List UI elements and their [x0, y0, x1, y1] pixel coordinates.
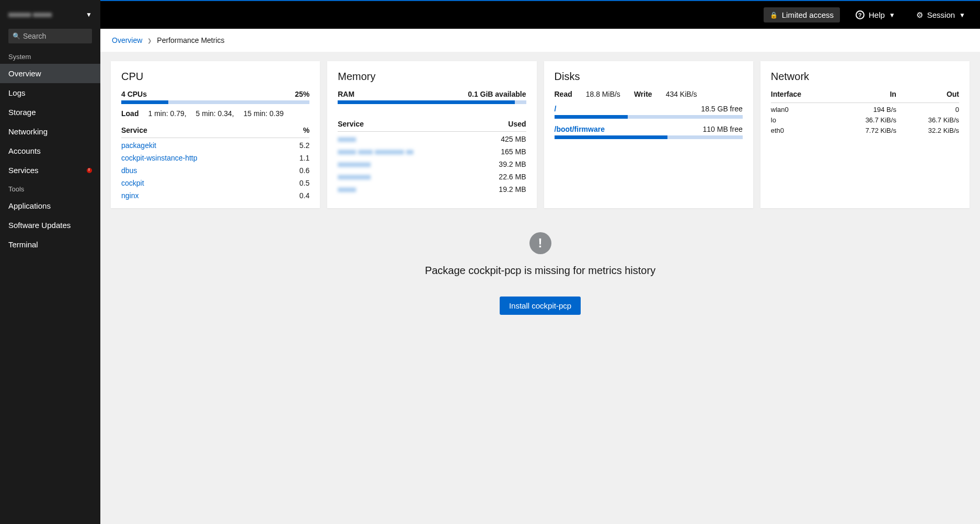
service-link[interactable]: xxxxx xxxx xxxxxxxx xx [338, 147, 413, 156]
net-col-out: Out [896, 90, 959, 98]
disks-title: Disks [555, 71, 743, 83]
gear-icon: ⚙ [916, 10, 923, 20]
service-link[interactable]: xxxxx [338, 135, 356, 143]
cpu-percent-label: 25% [295, 90, 309, 98]
service-value: 39.2 MB [499, 160, 526, 168]
memory-title: Memory [338, 71, 526, 83]
service-value: 0.6 [299, 166, 309, 175]
service-link[interactable]: packagekit [121, 141, 156, 150]
cpu-col-percent: % [303, 126, 309, 134]
table-row: xxxxx19.2 MB [338, 182, 526, 195]
table-row: xxxxxxxxx22.6 MB [338, 169, 526, 182]
disk-free: 18.5 GB free [701, 105, 742, 113]
table-row: cockpit0.5 [121, 176, 309, 188]
table-row: cockpit-wsinstance-http1.1 [121, 151, 309, 163]
net-out: 32.2 KiB/s [896, 127, 959, 134]
empty-state: ! Package cockpit-pcp is missing for met… [111, 232, 970, 315]
cpu-progress [121, 100, 309, 104]
net-iface: wlan0 [771, 106, 834, 113]
service-link[interactable]: nginx [121, 191, 139, 200]
sidebar-item-label: Networking [8, 127, 48, 136]
service-value: 19.2 MB [499, 185, 526, 193]
disks-card: Disks Read 18.8 MiB/s Write 434 KiB/s /1… [544, 61, 753, 208]
table-row: xxxxx425 MB [338, 132, 526, 144]
disk-write-label: Write [634, 90, 652, 98]
disk-progress [555, 115, 743, 119]
load-15m: 15 min: 0.39 [244, 109, 284, 118]
service-link[interactable]: cockpit-wsinstance-http [121, 154, 198, 162]
sidebar-item-terminal[interactable]: Terminal [0, 235, 100, 254]
sidebar-item-overview[interactable]: Overview [0, 64, 100, 83]
mem-col-used: Used [508, 120, 526, 128]
sidebar-item-networking[interactable]: Networking [0, 122, 100, 141]
sidebar-item-accounts[interactable]: Accounts [0, 141, 100, 161]
table-row: eth07.72 KiB/s32.2 KiB/s [771, 124, 959, 134]
nav-group-title: Tools [0, 180, 100, 196]
table-row: nginx0.4 [121, 188, 309, 201]
help-menu[interactable]: ? Help ▼ [850, 8, 901, 22]
limited-access-button[interactable]: 🔒 Limited access [764, 7, 840, 22]
disk-read-label: Read [555, 90, 572, 98]
disk-mount-link[interactable]: /boot/firmware [555, 125, 605, 133]
ram-label: RAM [338, 90, 354, 98]
disk-read-value: 18.8 MiB/s [586, 90, 620, 98]
content-scroll[interactable]: CPU 4 CPUs 25% Load 1 min: 0.79, 5 min: … [100, 52, 980, 524]
install-cockpit-pcp-button[interactable]: Install cockpit-pcp [500, 297, 581, 315]
disk-write-value: 434 KiB/s [666, 90, 697, 98]
ram-available: 0.1 GiB available [468, 90, 526, 98]
chevron-down-icon: ▼ [959, 12, 965, 19]
cpu-col-service: Service [121, 126, 147, 134]
sidebar-item-label: Logs [8, 88, 26, 97]
breadcrumb: Overview ❯ Performance Metrics [100, 29, 980, 52]
net-iface: lo [771, 116, 834, 124]
breadcrumb-overview[interactable]: Overview [112, 36, 142, 44]
table-row: wlan0194 B/s0 [771, 103, 959, 113]
main-area: 🔒 Limited access ? Help ▼ ⚙ Session ▼ Ov… [100, 0, 980, 524]
sidebar-item-label: Services [8, 166, 39, 175]
search-input[interactable] [8, 29, 92, 43]
net-out: 0 [896, 106, 959, 113]
sidebar-item-logs[interactable]: Logs [0, 83, 100, 102]
sidebar-item-label: Accounts [8, 146, 41, 155]
sidebar-host-selector[interactable]: xxxxxx xxxxx ▼ [0, 0, 100, 29]
net-iface: eth0 [771, 127, 834, 134]
service-link[interactable]: cockpit [121, 179, 144, 187]
sidebar-item-label: Terminal [8, 240, 38, 249]
help-icon: ? [856, 10, 864, 19]
net-out: 36.7 KiB/s [896, 116, 959, 124]
service-link[interactable]: xxxxxxxxx [338, 173, 371, 181]
load-1m: 1 min: 0.79, [148, 109, 186, 118]
network-card: Network Interface In Out wlan0194 B/s0lo… [760, 61, 970, 208]
service-value: 1.1 [299, 154, 309, 162]
sidebar-item-services[interactable]: Services [0, 161, 100, 180]
disk-item: /18.5 GB free [555, 105, 743, 119]
session-menu[interactable]: ⚙ Session ▼ [911, 8, 971, 22]
chevron-right-icon: ❯ [147, 38, 152, 43]
lock-icon: 🔒 [770, 12, 778, 19]
table-row: packagekit5.2 [121, 138, 309, 151]
sidebar-item-label: Storage [8, 108, 36, 117]
service-link[interactable]: dbus [121, 166, 137, 175]
table-row: lo36.7 KiB/s36.7 KiB/s [771, 113, 959, 124]
net-in: 7.72 KiB/s [834, 127, 896, 134]
host-label: xxxxxx xxxxx [8, 10, 52, 18]
alert-icon [87, 168, 92, 173]
load-label: Load [121, 109, 139, 118]
sidebar-item-label: Overview [8, 69, 41, 78]
cpu-count: 4 CPUs [121, 90, 147, 98]
cpu-title: CPU [121, 71, 309, 83]
sidebar-item-storage[interactable]: Storage [0, 102, 100, 122]
sidebar-item-software-updates[interactable]: Software Updates [0, 215, 100, 235]
load-5m: 5 min: 0.34, [196, 109, 234, 118]
service-link[interactable]: xxxxxxxxx [338, 160, 371, 168]
sidebar-item-label: Applications [8, 201, 51, 210]
help-label: Help [869, 10, 885, 19]
sidebar-item-applications[interactable]: Applications [0, 196, 100, 215]
limited-access-label: Limited access [782, 10, 834, 19]
disk-mount-link[interactable]: / [555, 105, 557, 113]
network-title: Network [771, 71, 959, 83]
disk-progress [555, 135, 743, 139]
service-link[interactable]: xxxxx [338, 185, 356, 193]
sidebar: xxxxxx xxxxx ▼ 🔍 SystemOverviewLogsStora… [0, 0, 100, 524]
memory-card: Memory RAM 0.1 GiB available Service Use… [327, 61, 536, 208]
